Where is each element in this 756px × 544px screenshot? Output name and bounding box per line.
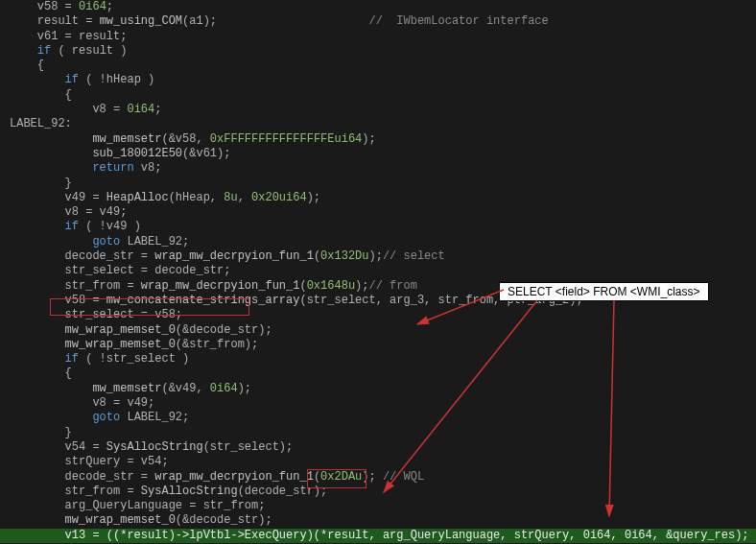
code-line: goto LABEL_92; xyxy=(0,411,756,425)
code-line: str_select = v58; xyxy=(0,308,756,322)
code-line: if ( result ) xyxy=(0,44,756,59)
code-line: return v8; xyxy=(0,161,756,176)
code-line: if ( !v49 ) xyxy=(0,220,756,234)
code-line: { xyxy=(0,88,756,103)
code-line: mw_memsetr(&v49, 0i64); xyxy=(0,382,756,396)
code-line: v61 = result; xyxy=(0,30,756,44)
code-line: v8 = v49; xyxy=(0,396,756,411)
code-line: arg_QueryLanguage = str_from; xyxy=(0,499,756,513)
code-line: mw_wrap_memset_0(&str_from); xyxy=(0,338,756,352)
code-line: if ( !str_select ) xyxy=(0,352,756,367)
code-line: v8 = 0i64; xyxy=(0,103,756,117)
code-line: str_select = decode_str; xyxy=(0,264,756,278)
code-line: v13 = ((*result)->lpVtbl->ExecQuery)(*re… xyxy=(0,529,756,543)
code-line: strQuery = v54; xyxy=(0,455,756,469)
code-line: v49 = HeapAlloc(hHeap, 8u, 0x20ui64); xyxy=(0,191,756,205)
code-line: mw_wrap_memset_0(&decode_str); xyxy=(0,513,756,528)
code-line: decode_str = wrap_mw_decrpyion_fun_1(0x1… xyxy=(0,249,756,264)
code-line: v8 = v49; xyxy=(0,205,756,220)
code-line: mw_memsetr(&v58, 0xFFFFFFFFFFFFFFFEui64)… xyxy=(0,132,756,147)
code-line: v58 = 0i64; xyxy=(0,0,756,14)
annotation-callout: SELECT <field> FROM <WMI_class> xyxy=(499,282,709,301)
code-line: } xyxy=(0,426,756,440)
code-line: v54 = SysAllocString(str_select); xyxy=(0,440,756,455)
code-line: if ( !hHeap ) xyxy=(0,73,756,87)
code-line: mw_wrap_memset_0(&decode_str); xyxy=(0,323,756,338)
code-line: sub_180012E50(&v61); xyxy=(0,147,756,161)
code-line: str_from = SysAllocString(decode_str); xyxy=(0,485,756,499)
code-line: LABEL_92: xyxy=(0,117,756,131)
code-line: decode_str = wrap_mw_decrpyion_fun_1(0x2… xyxy=(0,470,756,485)
code-lines: v58 = 0i64; result = mw_using_COM(a1); /… xyxy=(0,0,756,544)
code-line: { xyxy=(0,367,756,381)
code-line: { xyxy=(0,59,756,73)
code-line: result = mw_using_COM(a1); // IWbemLocat… xyxy=(0,14,756,29)
code-line: } xyxy=(0,177,756,191)
code-line: goto LABEL_92; xyxy=(0,235,756,249)
decompiler-code-pane[interactable]: v58 = 0i64; result = mw_using_COM(a1); /… xyxy=(0,0,756,544)
